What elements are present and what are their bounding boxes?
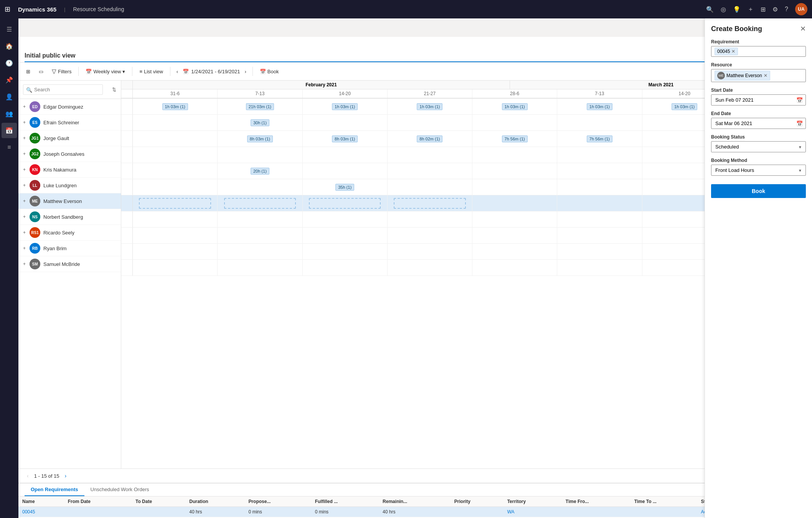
search-icon[interactable]: 🔍 <box>706 6 714 13</box>
sidebar-item-people[interactable]: 👤 <box>2 89 17 104</box>
requirement-field: Requirement 00045 ✕ <box>711 39 806 57</box>
prev-date-button[interactable]: ‹ <box>174 68 180 75</box>
booking-chip[interactable]: 1h 03m (1) <box>502 103 528 110</box>
sidebar-item-calendar[interactable]: 📅 <box>2 123 17 138</box>
calendar-cell <box>133 179 218 195</box>
left-sidebar: ☰ 🏠 🕐 📌 👤 👥 📅 ≡ <box>0 18 18 518</box>
resource-item[interactable]: + ED Edgar Dominguez <box>18 99 121 115</box>
resource-item[interactable]: + LL Luke Lundgren <box>18 178 121 193</box>
calendar-cell <box>388 195 472 211</box>
table-column-header: Territory <box>503 497 562 507</box>
month-feb: February 2021 <box>133 81 510 89</box>
expand-row-icon: + <box>23 198 26 204</box>
resource-item[interactable]: + RB Ryan Brim <box>18 241 121 256</box>
booking-chip[interactable]: 8h 03m (1) <box>332 135 358 142</box>
book-button[interactable]: 📅 Book <box>257 67 282 76</box>
booking-chip[interactable]: 8h 03m (1) <box>247 135 273 142</box>
lightbulb-icon[interactable]: 💡 <box>733 6 741 13</box>
calendar-cell <box>133 228 218 243</box>
booking-chip-dashed[interactable] <box>394 198 465 209</box>
week-header-col: 21-27 <box>388 89 472 98</box>
next-page-button[interactable]: › <box>62 472 69 480</box>
resource-item[interactable]: + JG2 Joseph Gonsalves <box>18 146 121 162</box>
expand-row-icon: + <box>23 230 26 235</box>
resource-tag-input[interactable]: ME Matthew Everson ✕ <box>711 69 806 82</box>
booking-chip-dashed[interactable] <box>309 198 381 209</box>
filter-toolbar-icon: ▽ <box>52 68 56 75</box>
row-index <box>121 147 133 163</box>
resource-search-input[interactable] <box>23 84 103 95</box>
sidebar-item-groups[interactable]: 👥 <box>2 106 17 121</box>
booking-status-select[interactable]: Scheduled <box>711 141 806 152</box>
expand-row-icon: + <box>23 261 26 267</box>
booking-chip[interactable]: 1h 03m (1) <box>332 103 358 110</box>
booking-chip[interactable]: 1h 03m (1) <box>162 103 188 110</box>
sub-header: ℹ New Schedule Board On Initial public v… <box>18 37 812 63</box>
sidebar-item-home[interactable]: 🏠 <box>2 38 17 54</box>
booking-chip-dashed[interactable] <box>139 198 211 209</box>
booking-chip[interactable]: 30h (1) <box>251 119 269 126</box>
resource-avatar: LL <box>30 180 40 191</box>
booking-chip[interactable]: 1h 03m (1) <box>417 103 442 110</box>
booking-chip-dashed[interactable] <box>224 198 296 209</box>
sidebar-item-recent[interactable]: 🕐 <box>2 55 17 71</box>
week-header-col: 28-6 <box>472 89 557 98</box>
resource-item[interactable]: + SM Samuel McBride <box>18 256 121 272</box>
booking-chip[interactable]: 7h 56m (1) <box>502 135 528 142</box>
resource-item[interactable]: + RS1 Ricardo Seely <box>18 225 121 241</box>
resource-item[interactable]: + ME Matthew Everson <box>18 193 121 209</box>
booking-chip[interactable]: 8h 02m (1) <box>417 135 442 142</box>
sidebar-item-pinned[interactable]: 📌 <box>2 72 17 87</box>
resource-avatar: RB <box>30 243 40 254</box>
next-date-button[interactable]: › <box>242 68 248 75</box>
start-date-input[interactable] <box>711 94 806 106</box>
resource-item[interactable]: + ES Efrain Schreiner <box>18 115 121 130</box>
user-avatar[interactable]: UA <box>795 3 807 15</box>
list-view-button[interactable]: ≡ List view <box>136 67 166 76</box>
booking-chip[interactable]: 20h (1) <box>251 168 269 175</box>
sidebar-item-menu[interactable]: ☰ <box>2 21 17 37</box>
calendar-cell <box>472 244 557 259</box>
booking-status-field: Booking Status Scheduled <box>711 134 806 152</box>
tab-unscheduled-work-orders[interactable]: Unscheduled Work Orders <box>84 483 155 496</box>
booking-chip[interactable]: 1h 03m (1) <box>672 103 697 110</box>
end-date-label: End Date <box>711 111 806 116</box>
sort-icon[interactable]: ⇅ <box>112 87 116 92</box>
end-date-input[interactable] <box>711 118 806 129</box>
help-icon[interactable]: ? <box>785 6 788 13</box>
prev-page-button[interactable]: ‹ <box>25 472 31 480</box>
weekly-view-button[interactable]: 📅 Weekly view ▾ <box>83 67 128 76</box>
panel-close-button[interactable]: ✕ <box>800 25 806 33</box>
sidebar-item-list[interactable]: ≡ <box>2 140 17 155</box>
table-cell: WA <box>503 507 562 517</box>
booking-method-select[interactable]: Front Load Hours <box>711 165 806 176</box>
filters-button[interactable]: ▽ Filters <box>49 66 74 76</box>
settings-icon[interactable]: ⚙ <box>772 6 778 13</box>
tab-open-requirements[interactable]: Open Requirements <box>25 483 84 496</box>
row-index <box>121 260 133 275</box>
table-row[interactable]: 0004540 hrs0 mins0 mins40 hrsWAActive1/2… <box>18 507 812 517</box>
expand-row-icon: + <box>23 120 26 125</box>
filter-icon[interactable]: ⊞ <box>761 6 766 13</box>
booking-chip[interactable]: 7h 56m (1) <box>587 135 612 142</box>
booking-chip[interactable]: 1h 03m (1) <box>587 103 612 110</box>
requirement-tag-remove[interactable]: ✕ <box>731 49 735 54</box>
resource-item[interactable]: + NS Norbert Sandberg <box>18 209 121 225</box>
add-icon[interactable]: ＋ <box>748 5 754 13</box>
resource-item[interactable]: + JG1 Jorge Gault <box>18 130 121 146</box>
collapse-button[interactable]: ▭ <box>36 67 46 76</box>
waffle-icon[interactable]: ⊞ <box>5 5 10 13</box>
booking-chip[interactable]: 35h (1) <box>335 184 354 191</box>
booking-chip[interactable]: 21h 03m (1) <box>246 103 274 110</box>
requirement-tag-input[interactable]: 00045 ✕ <box>711 46 806 57</box>
table-cell: 40 hrs <box>185 507 244 517</box>
activity-icon[interactable]: ◎ <box>721 6 726 13</box>
req-name-link[interactable]: 00045 <box>22 509 35 515</box>
expand-button[interactable]: ⊞ <box>23 67 33 76</box>
calendar-cell <box>388 228 472 243</box>
territory-link[interactable]: WA <box>507 509 515 515</box>
resource-tag-remove[interactable]: ✕ <box>764 73 767 78</box>
resource-item[interactable]: + KN Kris Nakamura <box>18 162 121 178</box>
book-submit-button[interactable]: Book <box>711 184 806 198</box>
calendar-cell: 35h (1) <box>303 179 388 195</box>
